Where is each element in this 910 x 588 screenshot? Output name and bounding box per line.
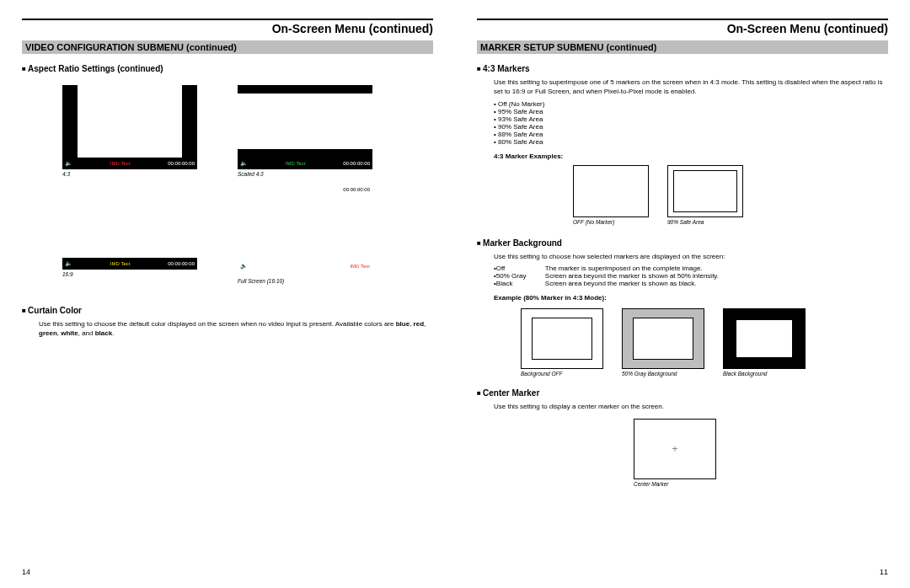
aspect-example-4x3: 🔈 IMD Text 00:00:00:00	[62, 85, 197, 169]
caption: 50% Gray Background	[622, 371, 704, 377]
caption: 4:3	[62, 171, 197, 177]
example-80-gray	[622, 308, 704, 369]
marker-examples-label: 4:3 Marker Examples:	[494, 152, 888, 160]
caption: Scaled 4:3	[238, 171, 372, 177]
caption: 90% Safe Area	[667, 219, 743, 225]
center-marker-example: +	[634, 419, 716, 479]
marker-example-off	[573, 165, 649, 217]
marker-example-90	[667, 165, 743, 217]
right-page: On-Screen Menu (continued) MARKER SETUP …	[455, 0, 910, 588]
caption: Full Screen (16:10)	[238, 278, 372, 284]
curtain-color-heading: Curtain Color	[22, 306, 433, 315]
example-80-label: Example (80% Marker in 4:3 Mode):	[494, 294, 888, 302]
timecode: 00:00:00:00	[168, 261, 195, 266]
page-number: 14	[22, 568, 30, 576]
caption: Black Background	[723, 371, 806, 377]
caption: Background OFF	[521, 371, 603, 377]
divider	[477, 19, 888, 20]
imd-text: IMD Text	[350, 264, 370, 269]
marker-background-defs: • OffThe marker is superimposed on the c…	[494, 265, 888, 287]
speaker-icon: 🔈	[240, 263, 248, 270]
marker-background-text: Use this setting to choose how selected …	[494, 253, 888, 262]
markers-text: Use this setting to superimpose one of 5…	[494, 78, 888, 97]
section-header: MARKER SETUP SUBMENU (continued)	[477, 40, 888, 54]
section-header: VIDEO CONFIGURATION SUBMENU (continued)	[22, 40, 433, 54]
imd-text: IMD Text	[110, 261, 131, 266]
timecode: 00:00:00:00	[343, 187, 370, 192]
caption: OFF (No Marker)	[573, 219, 649, 225]
divider	[22, 19, 433, 20]
imd-text: IMD Text	[110, 161, 131, 166]
speaker-icon: 🔈	[65, 160, 72, 167]
aspect-example-full: 🔈 IMD Text 00:00:00:00	[238, 192, 372, 276]
timecode: 00:00:00:00	[343, 161, 370, 166]
speaker-icon: 🔈	[240, 160, 248, 167]
caption: 16:9	[62, 271, 197, 277]
markers-list: Off (No Marker) 95% Safe Area 93% Safe A…	[494, 100, 888, 146]
speaker-icon: 🔈	[65, 260, 72, 267]
left-page: On-Screen Menu (continued) VIDEO CONFIGU…	[0, 0, 455, 588]
caption: Center Marker	[634, 481, 716, 487]
example-80-off	[521, 308, 603, 369]
page-title: On-Screen Menu (continued)	[477, 22, 888, 35]
center-marker-text: Use this setting to display a center mar…	[494, 403, 888, 412]
page-number: 11	[880, 568, 888, 576]
example-80-black	[723, 308, 806, 369]
aspect-ratio-heading: Aspect Ratio Settings (continued)	[22, 64, 433, 73]
center-marker-heading: Center Marker	[477, 388, 888, 398]
marker-background-heading: Marker Background	[477, 238, 888, 248]
plus-icon: +	[672, 443, 677, 455]
markers-heading: 4:3 Markers	[477, 64, 888, 73]
page-title: On-Screen Menu (continued)	[22, 22, 433, 35]
aspect-example-scaled: 🔈 IMD Text 00:00:00:00	[238, 85, 372, 169]
imd-text: IMD Text	[286, 161, 306, 166]
timecode: 00:00:00:00	[168, 161, 195, 166]
curtain-color-text: Use this setting to choose the default c…	[39, 320, 433, 339]
aspect-example-169: 🔈 IMD Text 00:00:00:00	[62, 192, 197, 270]
